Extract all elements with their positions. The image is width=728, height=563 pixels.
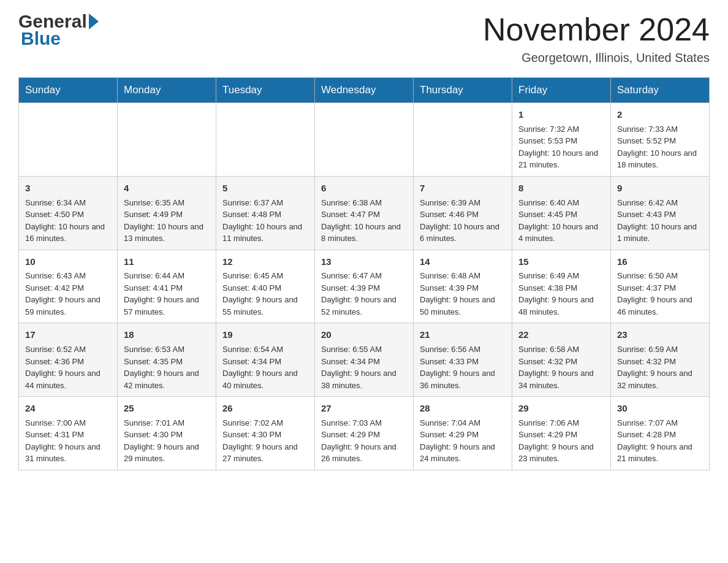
day-number: 30 xyxy=(617,402,703,415)
calendar-cell: 19Sunrise: 6:54 AMSunset: 4:34 PMDayligh… xyxy=(216,323,315,397)
calendar-header-row: SundayMondayTuesdayWednesdayThursdayFrid… xyxy=(19,78,710,103)
day-info: Sunrise: 7:07 AMSunset: 4:28 PMDaylight:… xyxy=(617,417,703,465)
day-info: Sunrise: 7:04 AMSunset: 4:29 PMDaylight:… xyxy=(420,417,506,465)
day-info: Sunrise: 6:54 AMSunset: 4:34 PMDaylight:… xyxy=(222,343,308,391)
logo-chevron-icon xyxy=(89,13,99,29)
day-info: Sunrise: 6:35 AMSunset: 4:49 PMDaylight:… xyxy=(124,197,210,245)
day-info: Sunrise: 6:48 AMSunset: 4:39 PMDaylight:… xyxy=(420,270,506,318)
calendar-table: SundayMondayTuesdayWednesdayThursdayFrid… xyxy=(18,77,710,470)
title-section: November 2024 Georgetown, Illinois, Unit… xyxy=(483,12,710,65)
calendar-cell: 13Sunrise: 6:47 AMSunset: 4:39 PMDayligh… xyxy=(315,250,414,323)
day-info: Sunrise: 6:47 AMSunset: 4:39 PMDaylight:… xyxy=(321,270,407,318)
calendar-cell: 29Sunrise: 7:06 AMSunset: 4:29 PMDayligh… xyxy=(512,397,611,470)
day-number: 3 xyxy=(25,182,111,195)
column-header-thursday: Thursday xyxy=(414,78,512,103)
day-number: 6 xyxy=(321,182,407,195)
day-info: Sunrise: 7:01 AMSunset: 4:30 PMDaylight:… xyxy=(124,417,210,465)
day-number: 11 xyxy=(124,255,210,269)
calendar-week-row: 17Sunrise: 6:52 AMSunset: 4:36 PMDayligh… xyxy=(19,323,710,397)
day-number: 12 xyxy=(222,255,308,269)
calendar-cell: 22Sunrise: 6:58 AMSunset: 4:32 PMDayligh… xyxy=(512,323,611,397)
calendar-cell: 24Sunrise: 7:00 AMSunset: 4:31 PMDayligh… xyxy=(19,397,118,470)
calendar-cell: 9Sunrise: 6:42 AMSunset: 4:43 PMDaylight… xyxy=(611,176,710,250)
calendar-cell: 21Sunrise: 6:56 AMSunset: 4:33 PMDayligh… xyxy=(414,323,512,397)
day-info: Sunrise: 7:33 AMSunset: 5:52 PMDaylight:… xyxy=(617,123,703,171)
calendar-cell: 6Sunrise: 6:38 AMSunset: 4:47 PMDaylight… xyxy=(315,176,414,250)
day-info: Sunrise: 6:49 AMSunset: 4:38 PMDaylight:… xyxy=(518,270,604,318)
calendar-cell: 25Sunrise: 7:01 AMSunset: 4:30 PMDayligh… xyxy=(118,397,216,470)
page-header: General Blue November 2024 Georgetown, I… xyxy=(18,12,710,65)
day-info: Sunrise: 6:55 AMSunset: 4:34 PMDaylight:… xyxy=(321,343,407,391)
calendar-cell xyxy=(414,103,512,177)
day-number: 5 xyxy=(222,182,308,195)
day-number: 23 xyxy=(617,328,703,342)
day-info: Sunrise: 7:32 AMSunset: 5:53 PMDaylight:… xyxy=(518,123,604,171)
column-header-friday: Friday xyxy=(512,78,611,103)
calendar-cell: 12Sunrise: 6:45 AMSunset: 4:40 PMDayligh… xyxy=(216,250,315,323)
day-number: 27 xyxy=(321,402,407,415)
calendar-cell: 17Sunrise: 6:52 AMSunset: 4:36 PMDayligh… xyxy=(19,323,118,397)
calendar-cell xyxy=(118,103,216,177)
day-number: 8 xyxy=(518,182,604,195)
day-info: Sunrise: 6:42 AMSunset: 4:43 PMDaylight:… xyxy=(617,197,703,245)
day-number: 25 xyxy=(124,402,210,415)
day-number: 17 xyxy=(25,328,111,342)
day-number: 28 xyxy=(420,402,506,415)
day-number: 13 xyxy=(321,255,407,269)
calendar-cell: 2Sunrise: 7:33 AMSunset: 5:52 PMDaylight… xyxy=(611,103,710,177)
day-number: 4 xyxy=(124,182,210,195)
day-number: 19 xyxy=(222,328,308,342)
day-number: 24 xyxy=(25,402,111,415)
day-number: 18 xyxy=(124,328,210,342)
day-number: 14 xyxy=(420,255,506,269)
column-header-monday: Monday xyxy=(118,78,216,103)
column-header-sunday: Sunday xyxy=(19,78,118,103)
calendar-cell: 28Sunrise: 7:04 AMSunset: 4:29 PMDayligh… xyxy=(414,397,512,470)
day-number: 7 xyxy=(420,182,506,195)
day-info: Sunrise: 6:44 AMSunset: 4:41 PMDaylight:… xyxy=(124,270,210,318)
calendar-cell xyxy=(216,103,315,177)
calendar-cell: 1Sunrise: 7:32 AMSunset: 5:53 PMDaylight… xyxy=(512,103,611,177)
day-info: Sunrise: 7:03 AMSunset: 4:29 PMDaylight:… xyxy=(321,417,407,465)
calendar-cell: 15Sunrise: 6:49 AMSunset: 4:38 PMDayligh… xyxy=(512,250,611,323)
location-label: Georgetown, Illinois, United States xyxy=(483,51,710,65)
calendar-cell xyxy=(315,103,414,177)
day-info: Sunrise: 6:40 AMSunset: 4:45 PMDaylight:… xyxy=(518,197,604,245)
day-info: Sunrise: 6:58 AMSunset: 4:32 PMDaylight:… xyxy=(518,343,604,391)
day-info: Sunrise: 6:52 AMSunset: 4:36 PMDaylight:… xyxy=(25,343,111,391)
day-number: 29 xyxy=(518,402,604,415)
column-header-saturday: Saturday xyxy=(611,78,710,103)
day-info: Sunrise: 7:02 AMSunset: 4:30 PMDaylight:… xyxy=(222,417,308,465)
calendar-cell: 11Sunrise: 6:44 AMSunset: 4:41 PMDayligh… xyxy=(118,250,216,323)
column-header-wednesday: Wednesday xyxy=(315,78,414,103)
day-number: 9 xyxy=(617,182,703,195)
calendar-cell: 8Sunrise: 6:40 AMSunset: 4:45 PMDaylight… xyxy=(512,176,611,250)
calendar-cell: 20Sunrise: 6:55 AMSunset: 4:34 PMDayligh… xyxy=(315,323,414,397)
day-info: Sunrise: 6:38 AMSunset: 4:47 PMDaylight:… xyxy=(321,197,407,245)
day-info: Sunrise: 6:43 AMSunset: 4:42 PMDaylight:… xyxy=(25,270,111,318)
calendar-cell: 5Sunrise: 6:37 AMSunset: 4:48 PMDaylight… xyxy=(216,176,315,250)
day-info: Sunrise: 7:00 AMSunset: 4:31 PMDaylight:… xyxy=(25,417,111,465)
column-header-tuesday: Tuesday xyxy=(216,78,315,103)
logo: General Blue xyxy=(18,12,99,49)
month-title: November 2024 xyxy=(483,12,710,47)
calendar-cell: 7Sunrise: 6:39 AMSunset: 4:46 PMDaylight… xyxy=(414,176,512,250)
calendar-cell xyxy=(19,103,118,177)
day-info: Sunrise: 6:37 AMSunset: 4:48 PMDaylight:… xyxy=(222,197,308,245)
logo-blue-text: Blue xyxy=(18,28,99,49)
calendar-cell: 30Sunrise: 7:07 AMSunset: 4:28 PMDayligh… xyxy=(611,397,710,470)
day-number: 10 xyxy=(25,255,111,269)
calendar-cell: 16Sunrise: 6:50 AMSunset: 4:37 PMDayligh… xyxy=(611,250,710,323)
calendar-cell: 26Sunrise: 7:02 AMSunset: 4:30 PMDayligh… xyxy=(216,397,315,470)
calendar-cell: 4Sunrise: 6:35 AMSunset: 4:49 PMDaylight… xyxy=(118,176,216,250)
day-number: 1 xyxy=(518,108,604,121)
calendar-week-row: 24Sunrise: 7:00 AMSunset: 4:31 PMDayligh… xyxy=(19,397,710,470)
day-number: 2 xyxy=(617,108,703,121)
calendar-week-row: 1Sunrise: 7:32 AMSunset: 5:53 PMDaylight… xyxy=(19,103,710,177)
day-number: 21 xyxy=(420,328,506,342)
day-info: Sunrise: 6:53 AMSunset: 4:35 PMDaylight:… xyxy=(124,343,210,391)
day-number: 15 xyxy=(518,255,604,269)
day-info: Sunrise: 6:59 AMSunset: 4:32 PMDaylight:… xyxy=(617,343,703,391)
day-info: Sunrise: 6:39 AMSunset: 4:46 PMDaylight:… xyxy=(420,197,506,245)
day-info: Sunrise: 6:45 AMSunset: 4:40 PMDaylight:… xyxy=(222,270,308,318)
